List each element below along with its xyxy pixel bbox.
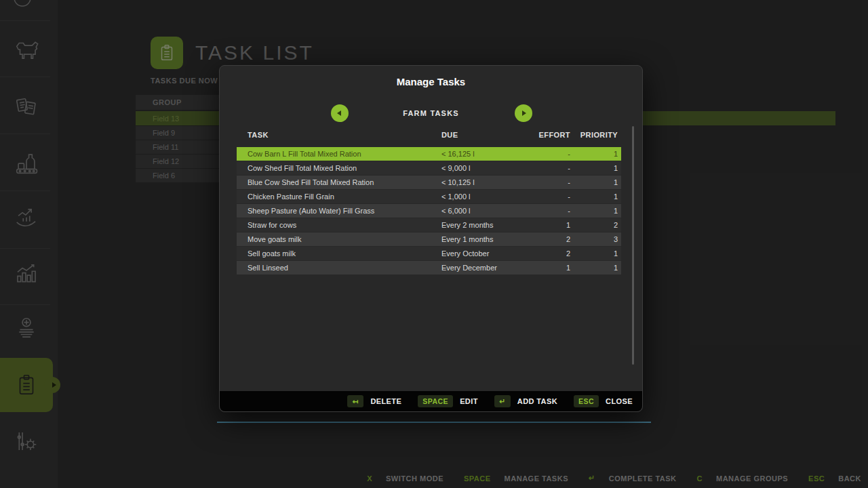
task-row-priority: 3 bbox=[576, 235, 618, 243]
column-header-due: DUE bbox=[441, 131, 458, 139]
add-task-button[interactable]: ↵ADD TASK bbox=[494, 395, 557, 407]
task-row-due: < 9,000 l bbox=[441, 164, 471, 172]
task-row-task: Cow Shed Fill Total Mixed Ration bbox=[248, 164, 357, 172]
task-row-effort: - bbox=[521, 178, 570, 186]
task-row-task: Straw for cows bbox=[248, 221, 296, 229]
edit-label: EDIT bbox=[460, 397, 478, 405]
column-header-priority: PRIORITY bbox=[576, 131, 618, 139]
close-key-chip: ESC bbox=[574, 395, 599, 407]
task-row-priority: 1 bbox=[576, 178, 618, 186]
task-row-due: Every October bbox=[441, 249, 489, 258]
dialog-footer: ↤DELETESPACEEDIT↵ADD TASKESCCLOSE bbox=[220, 391, 642, 411]
table-header: TASK DUE EFFORT PRIORITY bbox=[237, 131, 621, 142]
task-row-task: Sell goats milk bbox=[248, 249, 296, 258]
task-row-due: < 16,125 l bbox=[441, 150, 475, 158]
task-row-priority: 1 bbox=[576, 207, 618, 215]
task-row[interactable]: Cow Shed Fill Total Mixed Ration< 9,000 … bbox=[237, 161, 621, 175]
task-row[interactable]: Sheep Pasture (Auto Water) Fill Grass< 6… bbox=[237, 204, 621, 218]
task-row-priority: 1 bbox=[576, 192, 618, 201]
task-row-task: Sell Linseed bbox=[248, 264, 288, 272]
task-row-effort: 1 bbox=[521, 221, 570, 229]
next-group-button[interactable] bbox=[515, 104, 532, 122]
task-row-priority: 1 bbox=[576, 264, 618, 272]
task-row-due: Every 1 months bbox=[441, 235, 493, 243]
task-row-task: Move goats milk bbox=[248, 235, 301, 243]
task-row-effort: - bbox=[521, 207, 570, 215]
task-row-effort: - bbox=[521, 164, 570, 172]
task-row-due: < 1,000 l bbox=[441, 192, 471, 201]
task-row[interactable]: Sell goats milkEvery October21 bbox=[237, 247, 621, 260]
delete-button[interactable]: ↤DELETE bbox=[347, 395, 401, 407]
edit-key-chip: SPACE bbox=[418, 395, 453, 407]
task-row[interactable]: Move goats milkEvery 1 months23 bbox=[237, 232, 621, 246]
task-row[interactable]: Straw for cowsEvery 2 months12 bbox=[237, 218, 621, 232]
task-group-selector: FARM TASKS bbox=[220, 104, 642, 122]
task-row-priority: 1 bbox=[576, 150, 618, 158]
task-row[interactable]: Cow Barn L Fill Total Mixed Ration< 16,1… bbox=[237, 147, 621, 161]
task-row-task: Sheep Pasture (Auto Water) Fill Grass bbox=[248, 207, 374, 215]
task-row-due: Every 2 months bbox=[441, 221, 493, 229]
task-row[interactable]: Chicken Pasture Fill Grain< 1,000 l-1 bbox=[237, 190, 621, 203]
arrow-right-icon bbox=[522, 110, 526, 116]
task-row-task: Chicken Pasture Fill Grain bbox=[248, 192, 334, 201]
manage-tasks-dialog: Manage Tasks FARM TASKS TASK DUE EFFORT … bbox=[219, 65, 643, 412]
delete-key-chip: ↤ bbox=[347, 395, 363, 407]
task-row-priority: 2 bbox=[576, 221, 618, 229]
column-header-effort: EFFORT bbox=[521, 131, 570, 139]
edit-button[interactable]: SPACEEDIT bbox=[418, 395, 478, 407]
task-row-due: < 6,000 l bbox=[441, 207, 471, 215]
task-row-priority: 1 bbox=[576, 164, 618, 172]
task-row-effort: - bbox=[521, 192, 570, 201]
dialog-title: Manage Tasks bbox=[220, 76, 642, 87]
task-row-task: Blue Cow Shed Fill Total Mixed Ration bbox=[248, 178, 374, 186]
add-task-label: ADD TASK bbox=[517, 397, 557, 405]
scrollbar[interactable] bbox=[632, 126, 634, 365]
close-button[interactable]: ESCCLOSE bbox=[574, 395, 633, 407]
task-group-label: FARM TASKS bbox=[220, 109, 642, 117]
task-row-task: Cow Barn L Fill Total Mixed Ration bbox=[248, 150, 361, 158]
task-row-effort: 2 bbox=[521, 235, 570, 243]
task-row[interactable]: Blue Cow Shed Fill Total Mixed Ration< 1… bbox=[237, 176, 621, 189]
column-header-task: TASK bbox=[248, 131, 269, 139]
delete-label: DELETE bbox=[370, 397, 401, 405]
task-row-due: < 10,125 l bbox=[441, 178, 475, 186]
task-row[interactable]: Sell LinseedEvery December11 bbox=[237, 261, 621, 274]
screen: TASK LIST TASKS DUE NOW GROUP Field 13Fi… bbox=[0, 0, 868, 488]
add-task-key-chip: ↵ bbox=[494, 395, 511, 407]
task-row-priority: 1 bbox=[576, 249, 618, 258]
task-row-effort: 2 bbox=[521, 249, 570, 258]
task-row-effort: - bbox=[521, 150, 570, 158]
task-row-effort: 1 bbox=[521, 264, 570, 272]
task-row-due: Every December bbox=[441, 264, 497, 272]
close-label: CLOSE bbox=[606, 397, 633, 405]
